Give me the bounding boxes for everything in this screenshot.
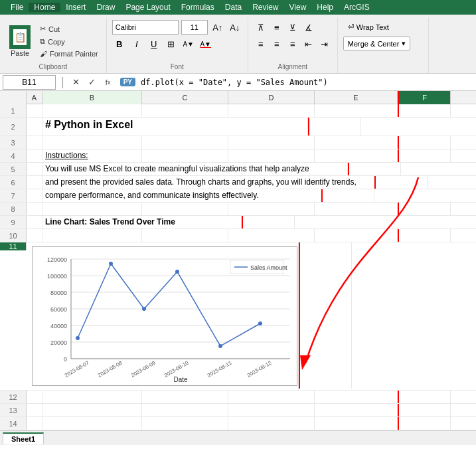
cell-8d[interactable] [228, 203, 315, 215]
cell-8c[interactable] [142, 203, 228, 215]
cell-8e[interactable] [315, 203, 398, 215]
cell-7f[interactable] [321, 189, 374, 202]
cell-11f[interactable] [299, 242, 352, 389]
cell-13d[interactable] [228, 404, 315, 416]
font-size-input[interactable] [181, 20, 208, 35]
cell-4a[interactable] [27, 149, 42, 162]
insert-function-icon[interactable]: fx [102, 76, 115, 89]
cell-3a[interactable] [27, 136, 42, 149]
cell-4c[interactable] [142, 149, 228, 162]
cell-12b[interactable] [42, 391, 142, 403]
menu-arcgis[interactable]: ArcGIS [339, 3, 375, 12]
fill-color-button[interactable]: A▼ [181, 37, 196, 51]
italic-button[interactable]: I [129, 37, 144, 51]
cell-4d[interactable] [228, 149, 315, 162]
cell-3d[interactable] [228, 136, 315, 149]
underline-button[interactable]: U [147, 37, 161, 51]
cell-1d[interactable] [228, 104, 315, 117]
cell-8f[interactable] [398, 203, 451, 215]
align-left-button[interactable]: ≡ [254, 37, 268, 51]
cell-7a[interactable] [27, 189, 42, 202]
cell-8a[interactable] [27, 203, 42, 215]
cell-14f[interactable] [398, 417, 451, 430]
menu-review[interactable]: Review [247, 3, 283, 12]
menu-insert[interactable]: Insert [60, 3, 91, 12]
align-center-button[interactable]: ≡ [270, 37, 284, 51]
cell-14a[interactable] [27, 417, 42, 430]
sheet-tab-sheet1[interactable]: Sheet1 [3, 432, 44, 444]
cell-2a[interactable] [27, 118, 42, 136]
cell-12c[interactable] [142, 391, 228, 403]
merge-center-button[interactable]: Merge & Center ▾ [343, 37, 411, 50]
indent-decrease-button[interactable]: ⇤ [301, 37, 316, 51]
menu-help[interactable]: Help [311, 3, 339, 12]
cell-5b[interactable]: You will use MS Excel to create meaningf… [42, 163, 348, 175]
cell-1e[interactable] [315, 104, 398, 117]
cell-1b[interactable] [42, 104, 142, 117]
cell-10f[interactable] [398, 229, 451, 242]
cell-3f[interactable] [398, 136, 451, 149]
menu-page-layout[interactable]: Page Layout [120, 3, 175, 12]
confirm-formula-icon[interactable]: ✓ [86, 76, 99, 89]
cell-6f[interactable] [374, 176, 428, 189]
cell-14d[interactable] [228, 417, 315, 430]
cell-14b[interactable] [42, 417, 142, 430]
cell-14e[interactable] [315, 417, 398, 430]
align-right-button[interactable]: ≡ [285, 37, 300, 51]
merge-dropdown-icon[interactable]: ▾ [402, 39, 406, 48]
cell-12d[interactable] [228, 391, 315, 403]
indent-increase-button[interactable]: ⇥ [317, 37, 332, 51]
align-bottom-button[interactable]: ⊻ [285, 20, 300, 35]
format-painter-button[interactable]: 🖌 Format Painter [37, 48, 101, 59]
font-name-input[interactable] [112, 20, 179, 35]
cell-12e[interactable] [315, 391, 398, 403]
cell-10a[interactable] [27, 229, 42, 242]
cell-reference-input[interactable] [3, 75, 56, 90]
cell-3c[interactable] [142, 136, 228, 149]
cell-2f[interactable] [308, 118, 361, 136]
cell-2b[interactable]: # Python in Excel [42, 118, 308, 136]
align-middle-button[interactable]: ≡ [270, 20, 284, 35]
cell-10c[interactable] [142, 229, 228, 242]
bold-button[interactable]: B [112, 37, 127, 51]
cell-5a[interactable] [27, 163, 42, 175]
cell-1f[interactable] [398, 104, 451, 117]
cell-4f[interactable] [398, 149, 451, 162]
cell-12f[interactable] [398, 391, 451, 403]
menu-file[interactable]: File [5, 3, 29, 12]
menu-home[interactable]: Home [29, 3, 60, 12]
copy-button[interactable]: ⧉ Copy [37, 36, 101, 47]
cell-13f[interactable] [398, 404, 451, 416]
cell-13a[interactable] [27, 404, 42, 416]
cell-6b[interactable]: and present the provided sales data. Thr… [42, 176, 374, 189]
cancel-formula-icon[interactable]: ✕ [70, 76, 83, 89]
cell-10d[interactable] [228, 229, 315, 242]
angle-text-button[interactable]: ∡ [301, 20, 316, 35]
menu-draw[interactable]: Draw [91, 3, 120, 12]
cell-13b[interactable] [42, 404, 142, 416]
cell-10e[interactable] [315, 229, 398, 242]
cell-7b[interactable]: compare performance, and communicate ins… [42, 189, 321, 202]
menu-data[interactable]: Data [220, 3, 247, 12]
font-decrease-button[interactable]: A↓ [228, 20, 242, 35]
cell-9f[interactable] [242, 216, 295, 228]
cell-4e[interactable] [315, 149, 398, 162]
cell-3b[interactable] [42, 136, 142, 149]
cell-10b[interactable] [42, 229, 142, 242]
font-color-button[interactable]: A▼ [198, 37, 213, 51]
cell-14c[interactable] [142, 417, 228, 430]
cell-12a[interactable] [27, 391, 42, 403]
formula-input[interactable] [138, 78, 473, 87]
cell-5f[interactable] [348, 163, 401, 175]
cell-8b[interactable] [42, 203, 142, 215]
cell-9b[interactable]: Line Chart: Sales Trend Over Time [42, 216, 242, 228]
font-increase-button[interactable]: A↑ [210, 20, 225, 35]
cell-13c[interactable] [142, 404, 228, 416]
wrap-text-button[interactable]: ⏎ Wrap Text [343, 20, 394, 34]
cell-3e[interactable] [315, 136, 398, 149]
cell-13e[interactable] [315, 404, 398, 416]
cell-9a[interactable] [27, 216, 42, 228]
cell-11b-chart[interactable]: 120000 100000 80000 60000 40000 20000 0 … [27, 242, 299, 390]
cut-button[interactable]: ✂ Cut [37, 23, 101, 35]
cell-1c[interactable] [142, 104, 228, 117]
